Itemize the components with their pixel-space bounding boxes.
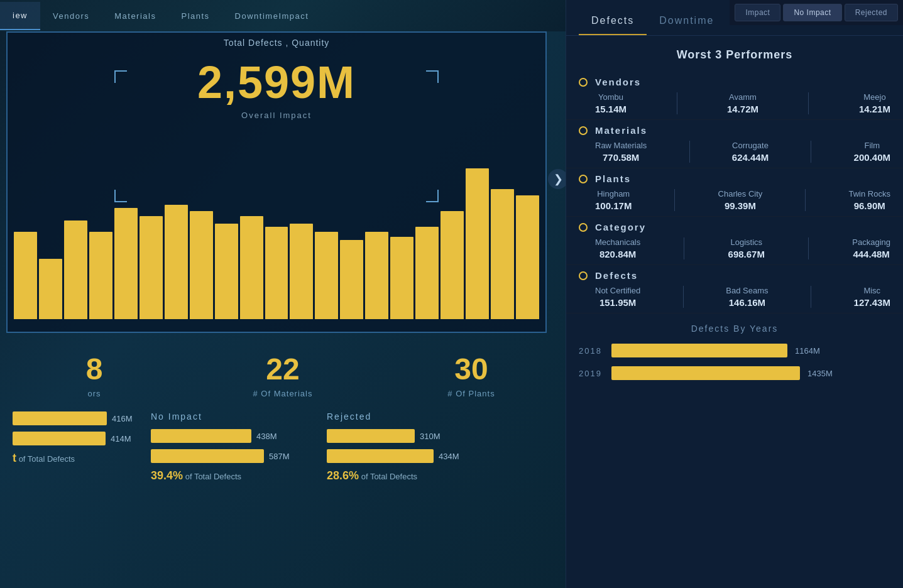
chart-bar xyxy=(89,232,112,319)
stat-materials: 22 # Of Materials xyxy=(189,339,377,411)
main-left-panel: iew Vendors Materials Plants DowntimeImp… xyxy=(0,0,566,588)
no-impact-bar-label-2: 587M xyxy=(269,452,290,461)
nav-item-overview[interactable]: iew xyxy=(0,2,40,30)
perf-value-misc: 127.43M xyxy=(854,297,890,308)
rejected-title: Rejected xyxy=(327,411,490,422)
chart-bar xyxy=(64,220,87,319)
perf-name-logistics: Logistics xyxy=(728,237,765,247)
rejected-pct-label: of Total Defects xyxy=(361,472,417,481)
perf-item-raw: Raw Materials 770.58M xyxy=(595,141,647,163)
perf-divider-10 xyxy=(811,286,811,308)
impact-bar-label-2: 414M xyxy=(111,434,131,444)
perf-items-category: Mechanicals 820.84M Logistics 698.67M Pa… xyxy=(579,237,890,259)
dby-row-2018: 2018 1164M xyxy=(579,344,890,357)
chart-bar xyxy=(340,240,363,319)
perf-value-yombu: 15.14M xyxy=(595,104,627,114)
stat-vendors-number: 8 xyxy=(6,352,182,386)
nav-item-vendors[interactable]: Vendors xyxy=(40,3,102,30)
perf-value-packaging: 444.48M xyxy=(852,249,890,259)
nav-item-plants[interactable]: Plants xyxy=(168,3,222,30)
chart-bar xyxy=(315,232,338,319)
perf-item-hingham: Hingham 100.17M xyxy=(595,189,632,211)
perf-divider-1 xyxy=(677,92,677,114)
chart-bar xyxy=(265,227,288,319)
stat-plants-number: 30 xyxy=(383,352,559,386)
chart-bar xyxy=(215,224,238,319)
dby-value-2019: 1435M xyxy=(807,369,833,378)
chart-bar xyxy=(415,227,439,319)
perf-item-corrugate: Corrugate 624.44M xyxy=(732,141,769,163)
perf-value-raw: 770.58M xyxy=(595,152,647,163)
chart-bar xyxy=(39,259,62,319)
perf-section-vendors-header: Vendors xyxy=(579,77,890,87)
chart-bar xyxy=(466,168,489,319)
perf-divider-4 xyxy=(811,141,811,163)
rejected-button[interactable]: Rejected xyxy=(845,4,898,21)
perf-section-vendors-title: Vendors xyxy=(595,77,641,87)
perf-section-materials: Materials Raw Materials 770.58M Corrugat… xyxy=(566,120,903,168)
chart-bar xyxy=(14,232,37,319)
perf-name-meejo: Meejo xyxy=(859,92,890,102)
dby-bar-2018 xyxy=(611,344,787,357)
impact-bar-row-2: 414M xyxy=(13,432,138,445)
frame-corner-tr xyxy=(426,70,439,83)
perf-section-category-header: Category xyxy=(579,222,890,232)
impact-bar-2 xyxy=(13,432,106,445)
perf-section-plants: Plants Hingham 100.17M Charles City 99.3… xyxy=(566,168,903,217)
no-impact-bar-label-1: 438M xyxy=(256,432,277,441)
perf-divider-6 xyxy=(805,189,806,211)
impact-group: 416M 414M t of Total Defects xyxy=(6,411,145,482)
rejected-bar-1 xyxy=(327,429,415,443)
total-defects-chart: Total Defects , Quantity 2,599M Overall … xyxy=(6,31,547,333)
chart-bar xyxy=(390,237,413,319)
perf-item-charlescity: Charles City 99.39M xyxy=(718,189,763,211)
dby-title: Defects By Years xyxy=(579,324,890,334)
defects-by-years: Defects By Years 2018 1164M 2019 1435M xyxy=(566,313,903,395)
perf-divider-7 xyxy=(684,237,684,259)
chart-big-number: 2,599M xyxy=(8,57,545,108)
perf-value-avamm: 14.72M xyxy=(727,104,758,114)
no-impact-bar-2 xyxy=(151,449,264,463)
impact-button[interactable]: Impact xyxy=(735,4,780,21)
tab-defects[interactable]: Defects xyxy=(579,5,647,35)
rejected-pct-value: 28.6% xyxy=(327,469,359,482)
perf-name-raw: Raw Materials xyxy=(595,141,647,150)
no-impact-title: No Impact xyxy=(151,411,314,422)
perf-section-materials-title: Materials xyxy=(595,125,647,136)
perf-value-notcertified: 151.95M xyxy=(595,297,640,308)
nav-item-materials[interactable]: Materials xyxy=(102,3,168,30)
dby-bar-2019 xyxy=(611,366,800,380)
chart-bar xyxy=(240,216,263,319)
perf-item-packaging: Packaging 444.48M xyxy=(852,237,890,259)
stat-materials-number: 22 xyxy=(195,352,371,386)
worst-performers-title: Worst 3 Performers xyxy=(566,36,903,72)
no-impact-pct-label: of Total Defects xyxy=(185,472,241,481)
perf-dot-materials xyxy=(579,126,588,135)
rejected-group: Rejected 310M 434M 28.6% of Total Defect… xyxy=(320,411,496,482)
stat-materials-label: # Of Materials xyxy=(195,389,371,398)
no-impact-button[interactable]: No Impact xyxy=(783,4,841,21)
tab-downtime[interactable]: Downtime xyxy=(647,5,726,35)
rejected-pct: 28.6% of Total Defects xyxy=(327,469,490,482)
perf-name-avamm: Avamm xyxy=(727,92,758,102)
perf-value-film: 200.40M xyxy=(854,152,890,163)
impact-bar-row-1: 416M xyxy=(13,411,138,425)
perf-dot-vendors xyxy=(579,78,588,87)
perf-section-vendors: Vendors Yombu 15.14M Avamm 14.72M Meejo … xyxy=(566,72,903,120)
no-impact-bar-row-1: 438M xyxy=(151,429,314,443)
perf-item-meejo: Meejo 14.21M xyxy=(859,92,890,114)
bar-chart xyxy=(14,156,539,319)
dby-year-2018: 2018 xyxy=(579,346,604,356)
nav-item-downtime[interactable]: DowntimeImpact xyxy=(222,3,322,30)
chevron-right-icon[interactable]: ❯ xyxy=(548,169,566,189)
stats-row: 8 ors 22 # Of Materials 30 # Of Plants xyxy=(0,339,566,411)
perf-item-misc: Misc 127.43M xyxy=(854,286,890,308)
perf-items-vendors: Yombu 15.14M Avamm 14.72M Meejo 14.21M xyxy=(579,92,890,114)
rejected-bar-label-1: 310M xyxy=(420,432,441,441)
dby-value-2018: 1164M xyxy=(795,346,820,356)
perf-divider-2 xyxy=(808,92,809,114)
perf-value-meejo: 14.21M xyxy=(859,104,890,114)
rejected-bar-2 xyxy=(327,449,434,463)
perf-item-yombu: Yombu 15.14M xyxy=(595,92,627,114)
chart-bar xyxy=(516,195,539,319)
